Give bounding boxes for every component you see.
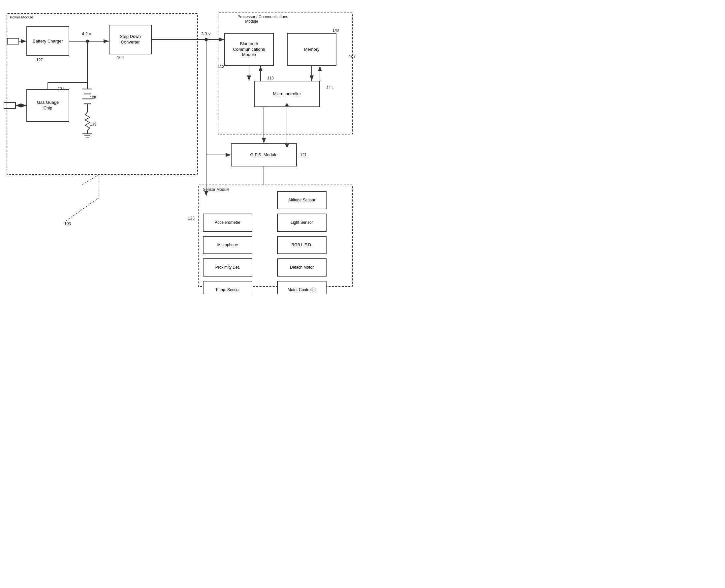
detach-motor-label: Detach Motor [290, 265, 314, 270]
microphone-box: Microphone [203, 236, 252, 254]
memory-label: Memory [304, 47, 320, 52]
sensor-ref: 123 [188, 216, 195, 220]
svg-line-43 [82, 175, 99, 185]
ref-103: 103 [64, 222, 71, 226]
proximity-box: Proximity Det. [203, 258, 252, 276]
ref-111: 111 [326, 86, 333, 90]
motor-controller-label: Motor Controller [288, 288, 316, 293]
gps-label: G.P.S. Module [250, 152, 278, 158]
light-sensor-box: Light Sensor [277, 214, 326, 232]
battery-charger-label: Battery Charger [33, 39, 63, 44]
accelerometer-box: Accelerometer [203, 214, 252, 232]
motor-controller-box: Motor Controller [277, 281, 326, 294]
accelerometer-label: Accelerometer [215, 220, 240, 226]
block-diagram: Power Module Battery Charger 127 Step Do… [0, 0, 363, 294]
step-down-label: Step DownConverter [120, 34, 141, 45]
proximity-label: Proximity Det. [215, 265, 240, 270]
altitude-sensor-box: Altitude Sensor [277, 191, 326, 209]
gps-box: G.P.S. Module [231, 143, 297, 166]
ref-113: 113 [267, 76, 274, 80]
bluetooth-box: BluetoothCommunicationsModule [224, 33, 274, 66]
bluetooth-label: BluetoothCommunicationsModule [233, 41, 265, 58]
gas-gauge-box: Gas GuageChip [26, 89, 69, 122]
sensor-module-label: Sensor Module [203, 187, 229, 192]
processor-module-label: Processor / Communications Module [238, 15, 288, 24]
temp-sensor-label: Temp. Sensor [215, 288, 240, 293]
light-sensor-label: Light Sensor [290, 220, 313, 226]
temp-sensor-box: Temp. Sensor [203, 281, 252, 294]
altitude-sensor-label: Altitude Sensor [288, 198, 315, 203]
detach-motor-box: Detach Motor [277, 258, 326, 276]
battery-charger-box: Battery Charger [26, 26, 69, 56]
rgb-led-label: RGB L.E.D. [291, 243, 313, 248]
rgb-led-box: RGB L.E.D. [277, 236, 326, 254]
voltage-33-label: 3.3 v [201, 31, 210, 36]
power-module-label: Power Module [10, 15, 33, 19]
gas-gauge-ref: 131 [58, 87, 64, 91]
svg-point-11 [204, 38, 208, 41]
voltage-42-label: 4.2 v [82, 31, 91, 36]
gas-gauge-label: Gas GuageChip [37, 100, 59, 111]
step-down-box: Step DownConverter [109, 25, 152, 55]
battery-charger-ref: 127 [36, 58, 43, 62]
microphone-label: Microphone [217, 243, 238, 248]
processor-ref: 107 [349, 55, 356, 59]
svg-line-31 [66, 198, 99, 221]
step-down-ref: 109 [117, 55, 124, 60]
memory-box: Memory [287, 33, 337, 66]
gps-ref: 121 [300, 153, 307, 157]
microcontroller-label: Microcontroller [273, 91, 301, 97]
microcontroller-box: Microcontroller [254, 81, 320, 107]
ref-105: 105 [90, 96, 96, 100]
ref-133: 133 [90, 122, 96, 127]
memory-ref: 140 [333, 28, 339, 33]
